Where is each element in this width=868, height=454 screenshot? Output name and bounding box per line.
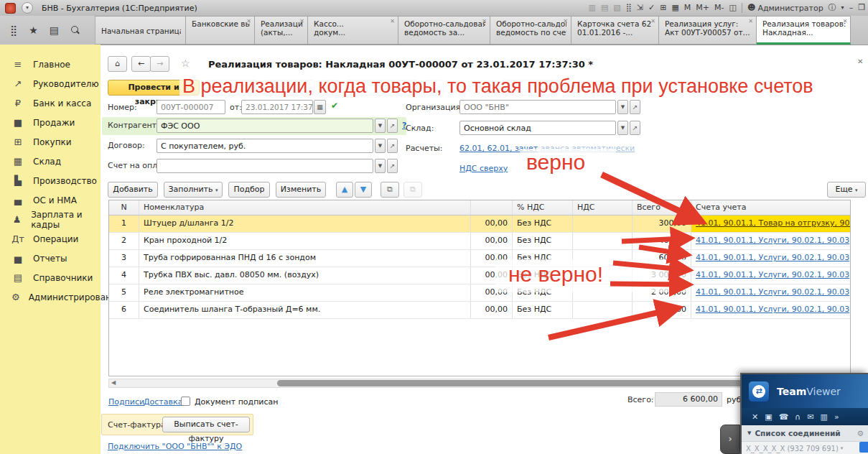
maximize-button[interactable]: ❒	[858, 1, 865, 15]
payment-invoice-dropdown[interactable]: ▼	[375, 159, 386, 173]
tab[interactable]: Карточка счета 62 за 01.01.2016 -... ✕	[571, 16, 659, 45]
spellcheck-icon[interactable]: ✓	[648, 1, 655, 15]
memory-icon[interactable]: M	[684, 1, 691, 15]
col-header-sum[interactable]	[471, 200, 513, 215]
number-field[interactable]: 00УТ-000007	[157, 100, 225, 114]
table-row[interactable]: 6 Соединитель шланга Т-образный Д=6 мм. …	[109, 302, 850, 319]
cell-total[interactable]: 300,00	[633, 216, 691, 232]
tab[interactable]: Кассо... докум... ✕	[308, 16, 398, 45]
contract-dropdown[interactable]: ▼	[375, 139, 386, 153]
accounts-link[interactable]: 41.01, 90.01.1, Товар на отгрузку, 90.02…	[696, 218, 850, 228]
history-icon[interactable]: ▤	[50, 24, 59, 36]
pick-button[interactable]: Подбор	[228, 182, 270, 198]
more-button[interactable]: Еще ▾	[827, 182, 866, 198]
memory-plus-icon[interactable]: M+	[696, 1, 709, 15]
tab[interactable]: Начальная страница	[95, 16, 186, 45]
accounts-link[interactable]: 41.01, 90.01.1, Услуги, 90.02.1, 90.03	[696, 287, 849, 297]
connect-button-fragment[interactable]	[859, 442, 868, 453]
sidebar-item[interactable]: ▤ Справочники	[0, 268, 101, 287]
cell-nomenclature[interactable]: Реле электромагнитное	[139, 284, 471, 301]
cell-nomenclature[interactable]: Труба гофрированная ПНД d 16 с зондом	[139, 250, 471, 267]
sidebar-item[interactable]: ↗ Руководителю	[0, 74, 101, 93]
add-row-button[interactable]: Добавить	[108, 182, 158, 198]
warehouse-open-button[interactable]: ↗	[630, 121, 640, 135]
scroll-left-icon[interactable]: ◀	[111, 379, 116, 386]
cell-total[interactable]: 400,00	[633, 233, 691, 249]
sidebar-item[interactable]: ▙ Производство	[0, 171, 101, 190]
accounts-link[interactable]: 41.01, 90.01.1, Услуги, 90.02.1, 90.03	[696, 253, 849, 262]
service-menu-icon[interactable]: ⣿	[626, 1, 632, 15]
tab[interactable]: Реализация товаров: Накладная... ✕	[757, 16, 851, 45]
favorite-star-icon[interactable]: ☆	[181, 57, 190, 69]
cell-nomenclature[interactable]: Соединитель шланга Т-образный Д=6 мм.	[139, 302, 471, 318]
calendar-icon[interactable]: ▦	[671, 1, 678, 15]
tab-close-icon[interactable]: ✕	[482, 18, 487, 24]
copy-rows-button[interactable]: ⧉	[381, 182, 399, 198]
minimize-button[interactable]: –	[849, 1, 854, 15]
favorites-star-icon[interactable]: ★	[29, 24, 38, 36]
accounts-link[interactable]: 41.01, 90.01.1, Услуги, 90.02.1, 90.03	[696, 236, 849, 245]
table-row[interactable]: 4 Трубка ПВХ выс. давл. 08050 мм. (возду…	[109, 267, 850, 284]
more-icon[interactable]: »	[834, 412, 839, 422]
cell-sum[interactable]: 00,00	[471, 302, 513, 318]
print-icon[interactable]: ▤	[601, 1, 608, 15]
split-window-icon[interactable]: ◫	[729, 1, 737, 15]
table-row[interactable]: 2 Кран проходной 1/2 00,00 Без НДС 400,0…	[109, 233, 850, 250]
cell-vat-rate[interactable]: Без НДС	[513, 233, 573, 249]
cell-sum[interactable]: 00,00	[471, 233, 513, 249]
write-invoice-button[interactable]: Выписать счет-фактуру	[162, 417, 250, 432]
contract-open-button[interactable]: ↗	[387, 139, 398, 153]
forward-button[interactable]: →	[150, 56, 169, 72]
sidebar-item[interactable]: ▦ Склад	[0, 152, 101, 171]
sidebar-item[interactable]: ≡ Главное	[0, 55, 101, 74]
tab-close-icon[interactable]: ✕	[563, 18, 568, 24]
headset-icon[interactable]: ∩	[795, 412, 801, 422]
col-header-nomenclature[interactable]: Номенклатура	[139, 200, 471, 215]
tab-close-icon[interactable]: ✕	[843, 18, 848, 24]
tab-close-icon[interactable]: ✕	[748, 18, 753, 24]
table-row[interactable]: 3 Труба гофрированная ПНД d 16 с зондом …	[109, 250, 850, 267]
date-field[interactable]: 23.01.2017 17:37:30	[241, 100, 313, 114]
move-up-button[interactable]: ▲	[336, 182, 353, 198]
print-preview-icon[interactable]: ▧	[613, 1, 620, 15]
payment-invoice-open-button[interactable]: ↗	[387, 159, 398, 173]
contract-field[interactable]: С покупателем, руб.	[157, 139, 373, 153]
cell-total[interactable]: 300,00	[633, 302, 691, 318]
edo-connect-link[interactable]: Подключить "ООО "БНВ"" к ЭДО	[108, 442, 242, 451]
search-icon[interactable]	[70, 26, 79, 34]
sidebar-item[interactable]: ♟ Зарплата и кадры	[0, 210, 101, 229]
teamviewer-connections-section[interactable]: ▼ Список соединений ⚙	[742, 425, 868, 442]
tab-close-icon[interactable]: ✕	[299, 18, 304, 24]
connection-dropdown-icon[interactable]: ▾	[841, 445, 844, 451]
tab-close-icon[interactable]: ✕	[650, 18, 655, 24]
fullscreen-icon[interactable]: ⇲	[637, 1, 643, 15]
col-header-vat-rate[interactable]: % НДС	[513, 200, 573, 215]
payment-invoice-field[interactable]	[157, 159, 373, 173]
edit-button[interactable]: Изменить	[276, 182, 326, 198]
calculator-icon[interactable]: ⊞	[660, 1, 666, 15]
chat-icon[interactable]: ✉	[807, 412, 813, 422]
apps-menu-icon[interactable]: ⣿	[10, 24, 17, 36]
home-button[interactable]: ⌂	[108, 56, 127, 72]
col-header-vat[interactable]: НДС	[573, 200, 633, 215]
tab[interactable]: Банковские выписки ✕	[186, 16, 255, 45]
sidebar-item[interactable]: ■ Продажи	[0, 113, 101, 132]
accounts-link[interactable]: 41.01, 90.01.1, Услуги, 90.02.1, 90.03	[696, 270, 849, 279]
back-button[interactable]: ←	[131, 56, 151, 72]
cell-vat[interactable]	[573, 216, 633, 232]
memory-minus-icon[interactable]: M-	[714, 1, 724, 15]
calendar-button[interactable]: ▦	[314, 100, 326, 114]
cell-vat[interactable]	[573, 233, 633, 249]
video-icon[interactable]: ▣	[765, 412, 772, 422]
save-icon[interactable]: ▥	[588, 1, 595, 15]
teamviewer-handle[interactable]: ›	[720, 425, 740, 454]
sidebar-item[interactable]: ₽ Банк и касса	[0, 93, 101, 113]
cell-sum[interactable]: 00,00	[471, 216, 513, 232]
col-header-n[interactable]: N	[109, 200, 139, 215]
current-user[interactable]: ☻ Администратор	[747, 1, 823, 15]
files-icon[interactable]: ▥	[821, 412, 828, 422]
counterparty-open-button[interactable]: ↗	[387, 119, 398, 133]
cell-vat-rate[interactable]: Без НДС	[513, 216, 573, 232]
signatures-link[interactable]: Подписи	[108, 397, 144, 407]
cell-nomenclature[interactable]: Штуцер д/шланга 1/2	[139, 216, 471, 232]
